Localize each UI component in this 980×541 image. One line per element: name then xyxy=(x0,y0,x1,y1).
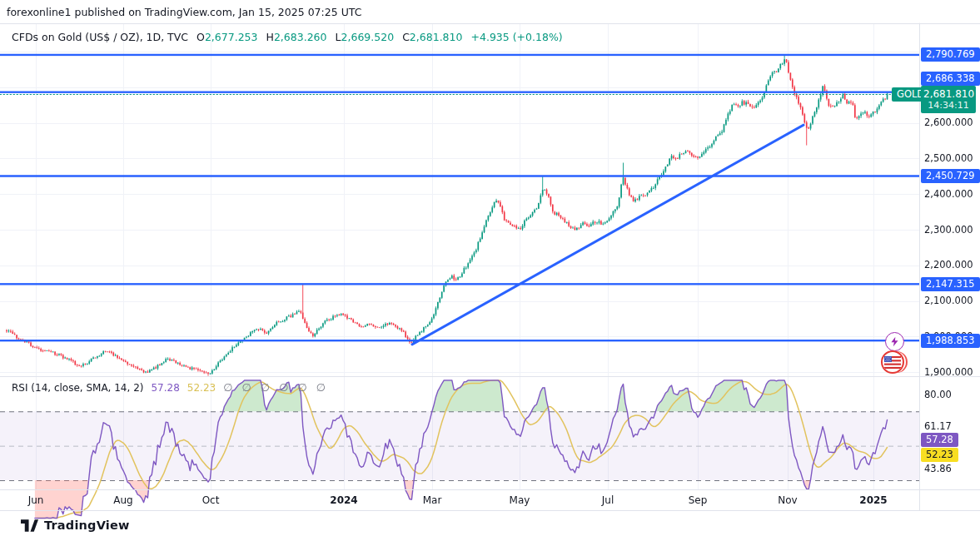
lightning-glyph xyxy=(889,336,900,347)
price-level-badge: 2,790.769 xyxy=(921,47,980,62)
tradingview-logo-icon xyxy=(21,519,38,532)
price-axis-label: 1,900.000 xyxy=(924,366,973,378)
idea-lightning-icon[interactable] xyxy=(885,332,904,351)
ohlc-low-key: L xyxy=(336,31,341,43)
rsi-empty-value: ∅ xyxy=(279,381,288,394)
price-axis-label: 2,600.000 xyxy=(924,117,973,128)
tradingview-published-chart: forexonline1 published on TradingView.co… xyxy=(0,0,980,541)
time-axis-label: Oct xyxy=(202,494,220,506)
rsi-indicator-header: RSI (14, close, SMA, 14, 2) 57.28 52.23 … xyxy=(12,381,326,394)
ohlc-high-value: 2,683.260 xyxy=(274,31,327,43)
rsi-title[interactable]: RSI (14, close, SMA, 14, 2) xyxy=(12,382,143,394)
rsi-empty-value: ∅ xyxy=(223,381,232,394)
ohlc-high-key: H xyxy=(266,31,274,43)
price-axis-label: 2,400.000 xyxy=(924,188,973,200)
us-flag-icon[interactable] xyxy=(881,350,904,374)
rsi-empty-value: ∅ xyxy=(242,381,251,394)
price-level-badge: 1,988.853 xyxy=(921,334,980,348)
time-axis-label: Nov xyxy=(778,494,797,506)
rsi-empty-values: ∅∅∅∅∅∅ xyxy=(223,381,326,394)
us-flag-glyph xyxy=(884,356,901,369)
time-axis-label: Jul xyxy=(602,494,614,506)
ohlc-low-value: 2,669.520 xyxy=(341,31,395,43)
rsi-axis-label: 43.86 xyxy=(924,463,952,474)
ohlc-close-value: 2,681.810 xyxy=(410,31,463,43)
rsi-current-value: 57.28 xyxy=(151,382,179,394)
time-axis-label: May xyxy=(510,494,530,506)
bar-countdown: 14:34:11 xyxy=(923,100,973,111)
publish-info: forexonline1 published on TradingView.co… xyxy=(7,6,361,18)
time-axis-label: Aug xyxy=(113,494,132,506)
time-axis-label: 2025 xyxy=(859,494,887,506)
symbol-header: CFDs on Gold (US$ / OZ), 1D, TVC O2,677.… xyxy=(12,31,563,43)
symbol-title: CFDs on Gold (US$ / OZ), 1D, TVC xyxy=(12,31,188,43)
rsi-axis-label: 80.00 xyxy=(924,389,952,400)
ohlc-readout: O2,677.253 H2,683.260 L2,669.520 C2,681.… xyxy=(196,31,563,43)
ohlc-open-key: O xyxy=(196,31,205,43)
tradingview-logo-text: TradingView xyxy=(44,519,130,532)
price-level-badge: 2,450.729 xyxy=(921,169,980,183)
rsi-axis-label: 61.17 xyxy=(924,420,952,432)
rsi-empty-value: ∅ xyxy=(297,381,306,394)
current-price-value: 2,681.810 xyxy=(923,88,973,100)
ohlc-open-value: 2,677.253 xyxy=(205,31,258,43)
price-axis-label: 2,500.000 xyxy=(924,152,973,164)
rsi-ma-badge: 52.23 xyxy=(921,448,958,462)
price-level-badge: 2,147.315 xyxy=(921,277,980,291)
price-level-badge: 2,686.338 xyxy=(921,72,980,86)
rsi-empty-value: ∅ xyxy=(261,381,270,394)
rsi-ma-value: 52.23 xyxy=(187,382,216,394)
time-axis-label: 2024 xyxy=(330,494,357,506)
ohlc-close-key: C xyxy=(402,31,410,43)
price-axis-label: 2,200.000 xyxy=(924,259,973,270)
time-axis-label: Sep xyxy=(689,494,708,506)
time-axis-label: Jun xyxy=(28,494,44,506)
price-axis-label: 2,300.000 xyxy=(924,224,973,236)
chart-canvas[interactable] xyxy=(0,0,980,541)
rsi-empty-value: ∅ xyxy=(316,381,326,394)
time-axis-label: Mar xyxy=(423,494,442,506)
price-axis-label: 2,100.000 xyxy=(924,295,973,306)
rsi-value-badge: 57.28 xyxy=(921,433,958,447)
current-price-badge: 2,681.810 14:34:11 xyxy=(921,86,976,113)
price-change: +4.935 (+0.18%) xyxy=(470,31,562,43)
tradingview-logo[interactable]: TradingView xyxy=(21,519,130,532)
